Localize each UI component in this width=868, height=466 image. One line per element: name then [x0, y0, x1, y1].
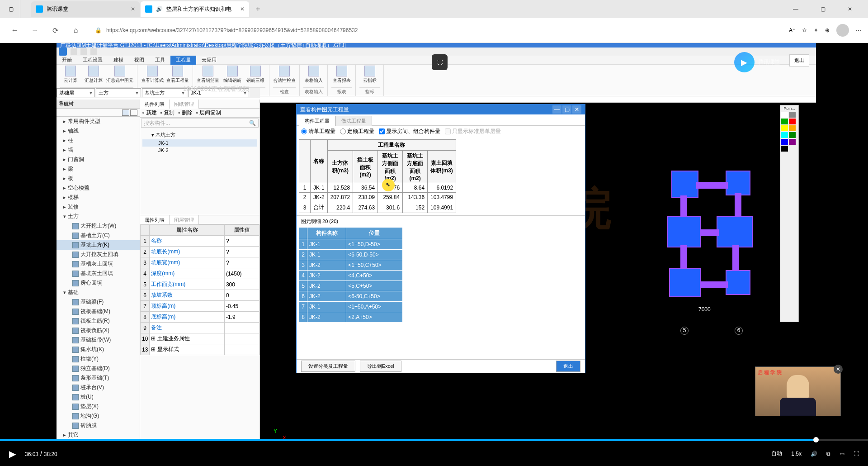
property-row[interactable]: 4深度(mm)(1450) — [141, 268, 259, 279]
ribbon-tab-4[interactable]: 工具 — [150, 56, 170, 65]
tree-item[interactable]: ▸ 装修 — [57, 202, 140, 212]
color-cyan[interactable] — [781, 132, 788, 138]
color-white[interactable] — [781, 112, 788, 118]
favorite-icon[interactable]: ☆ — [802, 27, 807, 33]
ribbon-button[interactable]: 合法性检查 — [273, 66, 296, 87]
dialog-tab[interactable]: 构件工程量 — [299, 116, 335, 126]
tree-item[interactable]: 条形基础(T) — [57, 373, 140, 383]
progress-knob[interactable] — [813, 437, 819, 442]
ribbon-button[interactable]: 查看工程量 — [166, 66, 189, 87]
tree-item[interactable]: 基础梁(F) — [57, 297, 140, 307]
ribbon-tab-3[interactable]: 视图 — [129, 56, 150, 65]
exit-button[interactable]: 退出 — [556, 361, 580, 372]
toolbar-button[interactable]: ▫ 删除 — [178, 109, 193, 117]
ribbon-button[interactable]: 汇总计算 — [83, 66, 104, 87]
selector-0[interactable]: 基础层▾ — [57, 88, 95, 97]
ribbon-button[interactable]: 查看报表 — [331, 66, 352, 87]
table-row[interactable]: 2JK-2207.872238.09259.84143.36103.4799 — [299, 193, 456, 202]
tree-item[interactable]: 房心回填 — [57, 278, 140, 288]
view-list-icon[interactable] — [122, 109, 129, 116]
back-button[interactable]: ← — [7, 23, 23, 38]
ribbon-button[interactable]: 云计算 — [60, 66, 80, 87]
mid-tab[interactable]: 构件列表 — [140, 100, 170, 109]
minimize-button[interactable]: — — [787, 2, 805, 16]
tree-item[interactable]: 基槽灰土回填 — [57, 259, 140, 269]
tree-item[interactable]: 筏板负筋(X) — [57, 326, 140, 335]
color-orange[interactable] — [789, 125, 796, 131]
tree-item[interactable]: 地沟(G) — [57, 411, 140, 421]
detail-row[interactable]: 4JK-2<4,C+50> — [299, 271, 403, 281]
view-grid-icon[interactable] — [130, 109, 137, 116]
ribbon-button[interactable]: 云指标 — [359, 66, 380, 87]
tree-item[interactable]: 集水坑(K) — [57, 345, 140, 354]
search-input[interactable]: 搜索构件... 🔍 — [141, 119, 259, 128]
close-icon[interactable]: ✕ — [131, 6, 135, 12]
detail-row[interactable]: 1JK-1<1+50,D-50> — [299, 239, 403, 250]
qat-undo-icon[interactable] — [80, 48, 87, 55]
detail-row[interactable]: 6JK-2<6-50,C+50> — [299, 291, 403, 302]
color-red[interactable] — [789, 119, 796, 124]
maximize-icon[interactable]: ▢ — [562, 105, 571, 114]
browser-tab-2[interactable]: 🔊 垫层和土方的平法知识和电 ✕ — [141, 1, 249, 17]
prop-tab[interactable]: 图层管理 — [170, 215, 199, 224]
property-row[interactable]: 1名称? — [141, 236, 259, 247]
property-row[interactable]: 7顶标高(m)-0.45 — [141, 301, 259, 312]
tree-item[interactable]: 桩承台(V) — [57, 383, 140, 392]
ribbon-button[interactable]: 表格输入 — [303, 66, 324, 87]
color-blue[interactable] — [781, 139, 788, 145]
tree-item[interactable]: 筏板主筋(R) — [57, 316, 140, 326]
color-yellow[interactable] — [781, 125, 788, 131]
close-icon[interactable]: ✕ — [240, 6, 245, 12]
tree-item[interactable]: ▸ 其它 — [57, 430, 140, 438]
property-row[interactable]: 8底标高(m)-1.9 — [141, 312, 259, 323]
tree-item[interactable]: ▸ 梁 — [57, 164, 140, 174]
property-row[interactable]: 3坑底宽(mm)? — [141, 257, 259, 268]
property-row[interactable]: 9备注 — [141, 323, 259, 333]
favorites-bar-icon[interactable]: ✧ — [814, 27, 818, 33]
fullscreen-icon[interactable]: ⛶ — [854, 451, 859, 457]
property-row[interactable]: 2坑底长(mm)? — [141, 247, 259, 257]
read-aloud-icon[interactable]: A⁺ — [789, 27, 795, 33]
volume-icon[interactable]: 🔊 — [811, 451, 817, 457]
detail-row[interactable]: 3JK-2<1+50,C+50> — [299, 260, 403, 271]
settings-button[interactable]: 设置分类及工程量 — [301, 361, 355, 372]
webcam-overlay[interactable]: 启 程 学 院 ✕ — [755, 366, 841, 416]
tree-item[interactable]: 砖胎膜 — [57, 421, 140, 430]
forward-button[interactable]: → — [27, 23, 43, 38]
theater-icon[interactable]: ▭ — [840, 451, 844, 457]
color-green[interactable] — [781, 119, 788, 124]
tree-item[interactable]: ▸ 轴线 — [57, 126, 140, 136]
search-icon[interactable]: 🔍 — [249, 120, 256, 126]
tree-item[interactable]: 柱墩(Y) — [57, 354, 140, 364]
check-biaozhun[interactable]: 只显示标准层单层量 — [445, 128, 501, 135]
pip-icon[interactable]: ⧉ — [826, 451, 830, 457]
detail-row[interactable]: 5JK-2<5,C+50> — [299, 281, 403, 291]
ribbon-tab-1[interactable]: 工程设置 — [77, 56, 108, 65]
table-row[interactable]: 1JK-112.52836.5441.768.646.0192 — [299, 183, 456, 193]
color-gray[interactable] — [789, 112, 796, 118]
tree-item[interactable]: 基础板带(W) — [57, 335, 140, 345]
tree-item[interactable]: ▸ 门窗洞 — [57, 155, 140, 164]
tree-item[interactable]: ▸ 楼梯 — [57, 193, 140, 202]
ribbon-button[interactable]: 汇总选中图元 — [106, 66, 133, 87]
color-purple[interactable] — [789, 139, 796, 145]
ribbon-button[interactable]: 钢筋三维 — [245, 66, 265, 87]
new-tab-button[interactable]: + — [250, 1, 266, 17]
toolbar-button[interactable]: ▫ 层间复制 — [196, 109, 222, 117]
ribbon-tab-2[interactable]: 建模 — [108, 56, 129, 65]
property-row[interactable]: 6放坡系数0 — [141, 290, 259, 301]
tree-item[interactable]: ▸ 柱 — [57, 136, 140, 145]
tree-item[interactable]: ▾ 土方 — [57, 212, 140, 221]
ribbon-tab-6[interactable]: 云应用 — [196, 56, 222, 65]
tree-item[interactable]: 基坑土方(K) — [57, 240, 140, 250]
ribbon-button[interactable]: 查看钢筋量 — [197, 66, 219, 87]
selector-1[interactable]: 土方▾ — [96, 88, 141, 97]
tree-item[interactable]: ▸ 墙 — [57, 145, 140, 155]
toolbar-button[interactable]: ▫ 复制 — [160, 109, 175, 117]
dialog-tab[interactable]: 做法工程量 — [335, 116, 372, 126]
play-button[interactable]: ▶ — [9, 448, 16, 459]
ribbon-button[interactable]: 查看计算式 — [141, 66, 164, 87]
tree-item[interactable]: 筏板基础(M) — [57, 307, 140, 316]
video-progress[interactable] — [0, 439, 868, 441]
property-row[interactable]: 13⊞ 显示样式 — [141, 344, 259, 355]
